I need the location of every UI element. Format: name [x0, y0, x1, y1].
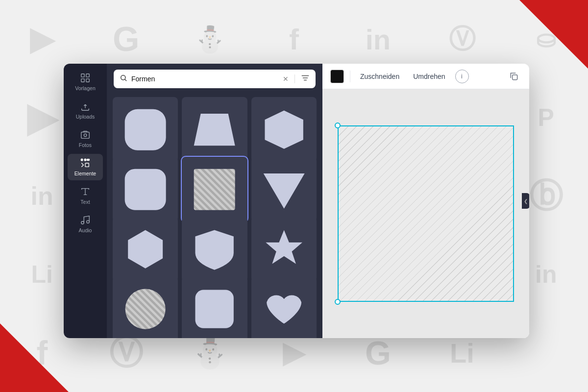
flip-button[interactable]: Umdrehen	[409, 70, 449, 83]
corner-triangle-bl	[0, 323, 69, 392]
sidebar: Vorlagen Uploads Fotos	[64, 64, 107, 338]
resize-handle-bl[interactable]	[335, 299, 341, 305]
info-icon: i	[461, 73, 463, 80]
canvas-element[interactable]	[338, 125, 514, 302]
sidebar-label-audio: Audio	[79, 227, 92, 233]
svg-marker-13	[265, 110, 303, 148]
panel-collapse-handle[interactable]: ❮	[522, 193, 529, 209]
copy-button[interactable]	[507, 69, 521, 84]
svg-rect-11	[125, 109, 166, 150]
svg-rect-7	[85, 163, 89, 167]
shape-square-striped[interactable]	[182, 157, 247, 222]
toolbar: Zuschneiden Umdrehen i	[322, 64, 529, 89]
svg-rect-0	[81, 74, 84, 77]
search-area: ✕	[107, 64, 322, 94]
svg-rect-2	[81, 79, 84, 82]
svg-rect-25	[196, 290, 234, 328]
canvas-viewport	[322, 89, 529, 338]
sidebar-label-uploads: Uploads	[76, 114, 95, 120]
sidebar-item-uploads[interactable]: Uploads	[68, 97, 103, 123]
sidebar-item-vorlagen[interactable]: Vorlagen	[68, 69, 103, 95]
toolbar-divider-1	[350, 71, 350, 82]
app-window: Vorlagen Uploads Fotos	[64, 64, 529, 338]
shapes-grid	[107, 94, 322, 338]
svg-rect-26	[513, 74, 517, 79]
svg-point-8	[81, 221, 84, 224]
svg-marker-19	[128, 230, 163, 268]
color-picker[interactable]	[330, 70, 344, 83]
search-input-container: ✕	[114, 70, 316, 88]
shape-trapezoid[interactable]	[182, 97, 247, 162]
svg-marker-18	[263, 173, 304, 209]
shape-rounded-rect[interactable]	[113, 157, 178, 222]
sidebar-label-fotos: Fotos	[79, 142, 92, 148]
info-button[interactable]: i	[455, 70, 469, 83]
svg-rect-17	[194, 169, 235, 210]
sidebar-item-text[interactable]: Text	[68, 182, 103, 209]
sidebar-item-fotos[interactable]: Fotos	[68, 125, 103, 152]
sidebar-item-audio[interactable]: Audio	[68, 211, 103, 237]
svg-point-9	[87, 220, 90, 223]
search-input[interactable]	[131, 75, 279, 83]
corner-triangle-tr	[519, 0, 588, 69]
shape-shield[interactable]	[182, 217, 247, 282]
shape-circle-striped[interactable]	[113, 276, 178, 338]
svg-rect-1	[86, 74, 89, 77]
shape-hexagon[interactable]	[113, 217, 178, 282]
shape-rounded-rect-top[interactable]	[113, 97, 178, 162]
shape-triangle-down[interactable]	[251, 157, 317, 222]
divider	[294, 74, 295, 83]
svg-marker-12	[194, 114, 235, 146]
svg-rect-3	[86, 79, 89, 82]
shape-heart[interactable]	[251, 276, 317, 338]
canvas-area: Zuschneiden Umdrehen i	[322, 64, 529, 338]
filter-icon[interactable]	[301, 74, 310, 84]
striped-pattern-fill	[338, 125, 514, 302]
shape-rounded-rect-sm[interactable]	[182, 276, 247, 338]
search-clear-icon[interactable]: ✕	[283, 75, 289, 83]
crop-button[interactable]: Zuschneiden	[356, 70, 403, 83]
shape-hexagon-top[interactable]	[251, 97, 317, 162]
svg-marker-20	[266, 230, 302, 264]
elements-panel: ✕	[107, 64, 322, 338]
svg-rect-4	[81, 132, 90, 139]
shape-star[interactable]	[251, 217, 317, 282]
svg-point-5	[84, 134, 87, 137]
svg-rect-14	[125, 169, 166, 210]
svg-point-24	[125, 289, 166, 329]
sidebar-label-elemente: Elemente	[74, 171, 96, 176]
sidebar-item-elemente[interactable]: Elemente	[68, 154, 103, 180]
sidebar-label-vorlagen: Vorlagen	[75, 85, 95, 91]
resize-handle-tl[interactable]	[335, 122, 341, 128]
svg-rect-6	[87, 159, 90, 161]
search-icon	[120, 74, 127, 84]
sidebar-label-text: Text	[80, 199, 90, 205]
